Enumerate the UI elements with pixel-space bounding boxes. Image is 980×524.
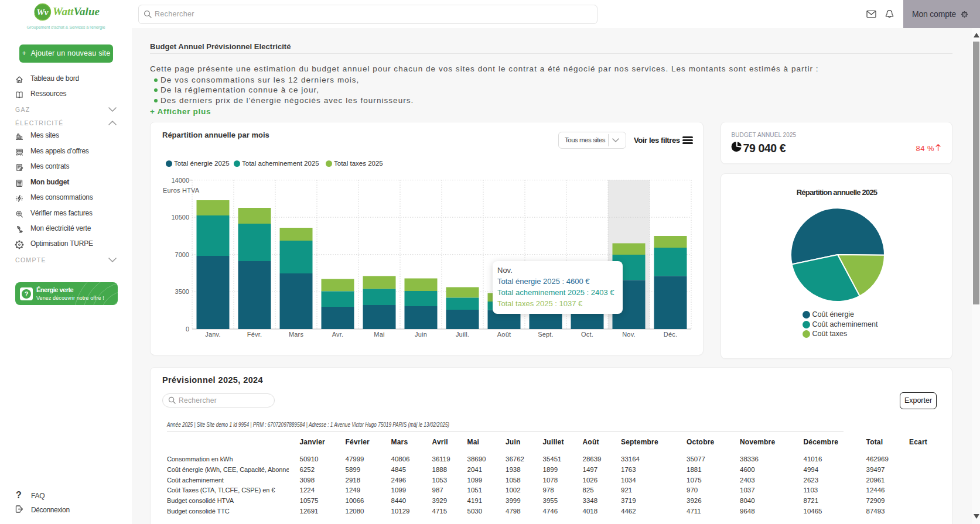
- svg-text:Wv: Wv: [37, 8, 49, 17]
